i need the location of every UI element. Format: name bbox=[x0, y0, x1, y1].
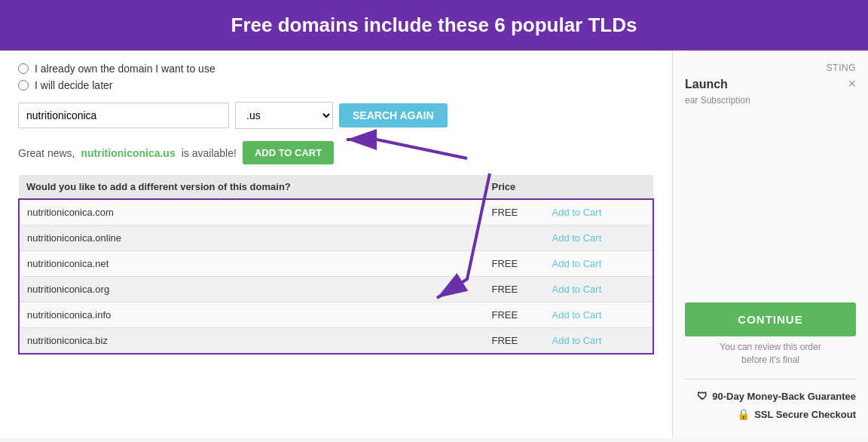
price-cell: FREE bbox=[484, 199, 545, 226]
price-cell: FREE bbox=[484, 251, 545, 277]
radio-decide-later-input[interactable] bbox=[18, 80, 29, 91]
review-line2: before it's final bbox=[741, 355, 799, 365]
table-row: nutritioniconica.info FREE Add to Cart bbox=[19, 302, 653, 328]
price-cell: FREE bbox=[484, 302, 545, 328]
add-to-cart-biz-link[interactable]: Add to Cart bbox=[552, 335, 602, 346]
table-header-action bbox=[545, 175, 654, 199]
shield-icon: 🛡 bbox=[697, 390, 708, 402]
table-row: nutritioniconica.online Add to Cart bbox=[19, 226, 653, 251]
domain-cell: nutritioniconica.net bbox=[19, 251, 484, 277]
main-content: I already own the domain I want to use I… bbox=[0, 51, 868, 438]
add-to-cart-org-link[interactable]: Add to Cart bbox=[552, 284, 602, 295]
lock-icon: 🔒 bbox=[737, 408, 750, 420]
left-panel: I already own the domain I want to use I… bbox=[0, 51, 672, 438]
price-cell bbox=[484, 226, 545, 251]
radio-own-domain: I already own the domain I want to use bbox=[18, 63, 654, 75]
money-back-guarantee: 🛡 90-Day Money-Back Guarantee bbox=[685, 390, 856, 402]
guarantee-label: 90-Day Money-Back Guarantee bbox=[712, 391, 856, 402]
table-row: nutritioniconica.org FREE Add to Cart bbox=[19, 277, 653, 302]
screenshot-wrapper: Free domains include these 6 popular TLD… bbox=[0, 0, 868, 442]
table-row: nutritioniconica.com FREE Add to Cart bbox=[19, 199, 653, 226]
domain-cell: nutritioniconica.biz bbox=[19, 328, 484, 355]
price-cell: FREE bbox=[484, 277, 545, 302]
review-line1: You can review this order bbox=[720, 342, 821, 352]
table-row: nutritioniconica.net FREE Add to Cart bbox=[19, 251, 653, 277]
action-cell: Add to Cart bbox=[545, 251, 654, 277]
radio-own-domain-input[interactable] bbox=[18, 63, 29, 74]
domain-cell: nutritioniconica.online bbox=[19, 226, 484, 251]
domain-table: Would you like to add a different versio… bbox=[18, 175, 654, 355]
modal-title: Launch bbox=[685, 78, 728, 91]
domain-cell: nutritioniconica.org bbox=[19, 277, 484, 302]
continue-button[interactable]: CONTINUE bbox=[685, 302, 856, 336]
modal-close-button[interactable]: × bbox=[848, 76, 856, 92]
banner-text: Free domains include these 6 popular TLD… bbox=[231, 14, 637, 36]
banner: Free domains include these 6 popular TLD… bbox=[0, 0, 868, 51]
available-domain: nutritioniconica.us bbox=[81, 147, 175, 159]
available-prefix: Great news, bbox=[18, 147, 75, 159]
ssl-secure: 🔒 SSL Secure Checkout bbox=[685, 408, 856, 420]
domain-input[interactable] bbox=[18, 103, 229, 128]
ssl-label: SSL Secure Checkout bbox=[754, 409, 856, 420]
available-text: Great news, nutritioniconica.us is avail… bbox=[18, 141, 654, 164]
review-text: You can review this order before it's fi… bbox=[685, 341, 856, 367]
radio-decide-later-label: I will decide later bbox=[35, 79, 113, 91]
guarantee-section: 🛡 90-Day Money-Back Guarantee 🔒 SSL Secu… bbox=[685, 379, 856, 420]
domain-cell: nutritioniconica.com bbox=[19, 199, 484, 226]
right-modal-header: Launch × bbox=[685, 76, 856, 92]
action-cell: Add to Cart bbox=[545, 302, 654, 328]
right-panel: STING Launch × ear Subscription CONTINUE… bbox=[672, 51, 868, 438]
search-again-button[interactable]: SEARCH AGAIN bbox=[339, 103, 448, 127]
right-top-label: STING bbox=[685, 63, 856, 73]
add-to-cart-main-button[interactable]: ADD TO CART bbox=[243, 141, 334, 164]
action-cell: Add to Cart bbox=[545, 226, 654, 251]
price-cell: FREE bbox=[484, 328, 545, 355]
right-bottom-section: CONTINUE You can review this order befor… bbox=[685, 302, 856, 426]
available-suffix: is available! bbox=[182, 147, 237, 159]
table-header-question: Would you like to add a different versio… bbox=[19, 175, 484, 199]
tld-select[interactable]: .us .com .net .org .info .biz .online bbox=[235, 102, 333, 129]
table-row: nutritioniconica.biz FREE Add to Cart bbox=[19, 328, 653, 355]
radio-decide-later: I will decide later bbox=[18, 79, 654, 91]
table-header-price: Price bbox=[484, 175, 545, 199]
add-to-cart-online-link[interactable]: Add to Cart bbox=[552, 232, 602, 244]
radio-group: I already own the domain I want to use I… bbox=[18, 63, 654, 91]
add-to-cart-info-link[interactable]: Add to Cart bbox=[552, 309, 602, 321]
add-to-cart-com-link[interactable]: Add to Cart bbox=[552, 207, 602, 218]
action-cell: Add to Cart bbox=[545, 328, 654, 355]
search-row: .us .com .net .org .info .biz .online SE… bbox=[18, 102, 654, 129]
radio-own-domain-label: I already own the domain I want to use bbox=[35, 63, 215, 75]
subscription-label: ear Subscription bbox=[685, 95, 856, 106]
add-to-cart-net-link[interactable]: Add to Cart bbox=[552, 258, 602, 269]
action-cell: Add to Cart bbox=[545, 199, 654, 226]
table-header-row: Would you like to add a different versio… bbox=[19, 175, 653, 199]
domain-cell: nutritioniconica.info bbox=[19, 302, 484, 328]
action-cell: Add to Cart bbox=[545, 277, 654, 302]
